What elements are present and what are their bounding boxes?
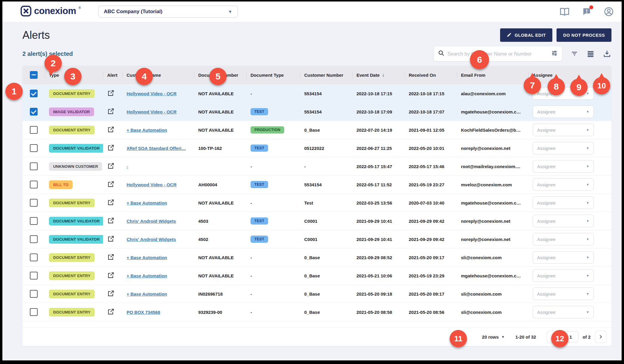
alert-launch-icon[interactable] xyxy=(107,257,115,262)
customer-name-link[interactable]: Hollywood Video - OCR xyxy=(127,109,176,114)
alert-launch-icon[interactable] xyxy=(107,275,115,280)
row-checkbox[interactable] xyxy=(30,90,38,97)
assignee-select[interactable]: Assignee ▼ xyxy=(533,288,594,300)
assignee-value: Assignee xyxy=(537,291,556,297)
alert-launch-icon[interactable] xyxy=(107,220,115,225)
assignee-select[interactable]: Assignee ▼ xyxy=(533,215,594,227)
type-badge: DOCUMENT VALIDATOR xyxy=(49,217,103,225)
row-checkbox[interactable] xyxy=(30,126,38,134)
header-select-all[interactable] xyxy=(22,66,45,84)
column-header-email-from[interactable]: Email From xyxy=(457,66,528,84)
filter-icon[interactable] xyxy=(570,50,579,58)
document-type-cell: TEST xyxy=(246,108,300,115)
column-header-assignee[interactable]: Assignee xyxy=(528,66,611,84)
column-header-document-type[interactable]: Document Type xyxy=(246,66,300,84)
row-checkbox[interactable] xyxy=(30,181,38,188)
assignee-select[interactable]: Assignee ▼ xyxy=(533,269,594,282)
account-icon[interactable] xyxy=(604,7,614,17)
alert-launch-icon[interactable] xyxy=(107,129,115,134)
top-bar-icons xyxy=(560,7,617,17)
row-checkbox[interactable] xyxy=(30,272,38,279)
customer-name-link[interactable]: - xyxy=(127,164,128,169)
row-checkbox[interactable] xyxy=(30,199,38,207)
document-number-cell: NOT AVAILABLE xyxy=(194,128,246,133)
row-checkbox[interactable] xyxy=(30,254,38,261)
received-on-cell: 2021-05-19 23:27 xyxy=(405,182,457,187)
customer-name-link[interactable]: Hollywood Video - OCR xyxy=(127,91,176,96)
select-all-checkbox[interactable] xyxy=(30,71,38,79)
row-checkbox[interactable] xyxy=(30,108,38,116)
row-checkbox[interactable] xyxy=(30,308,38,316)
customer-name-link[interactable]: + Base Automation xyxy=(127,291,167,297)
global-edit-button[interactable]: GLOBAL EDIT xyxy=(500,28,553,42)
column-header-customer-number[interactable]: Customer Number xyxy=(300,66,352,84)
assignee-select[interactable]: Assignee ▼ xyxy=(533,105,594,118)
rows-per-page-select[interactable]: 20 rows ▼ xyxy=(482,334,505,340)
customer-name-link[interactable]: Chris' Android Widgets xyxy=(127,237,176,242)
column-header-document-number[interactable]: Document Number xyxy=(194,66,246,84)
customer-name-link[interactable]: + Base Automation xyxy=(127,128,167,133)
row-checkbox[interactable] xyxy=(30,162,38,170)
type-badge: DOCUMENT VALIDATOR xyxy=(49,144,103,153)
assignee-select[interactable]: Assignee ▼ xyxy=(533,196,594,209)
chevron-down-icon: ▼ xyxy=(586,201,589,205)
do-not-process-button[interactable]: DO NOT PROCESS xyxy=(557,28,611,42)
row-checkbox[interactable] xyxy=(30,235,38,243)
column-header-event-date[interactable]: Event Date↓ xyxy=(352,66,405,84)
assignee-value: Assignee xyxy=(537,182,556,187)
customer-name-link[interactable]: + Base Automation xyxy=(127,200,167,205)
column-header-type[interactable]: Type xyxy=(45,66,103,84)
email-from-cell: mgatehouse@conexiom.c… xyxy=(457,273,528,278)
assignee-select[interactable]: Assignee ▼ xyxy=(533,124,594,136)
feedback-icon[interactable] xyxy=(582,7,592,17)
company-selector[interactable]: ABC Company (Tutorial) ▼ xyxy=(98,6,238,18)
column-header-customer-name[interactable]: Customer Name xyxy=(122,66,194,84)
alert-launch-icon[interactable] xyxy=(107,93,115,98)
alert-launch-icon[interactable] xyxy=(107,184,115,189)
document-type-cell: - xyxy=(246,291,300,297)
documentation-book-icon[interactable] xyxy=(560,7,570,17)
assignee-select[interactable]: Assignee ▼ xyxy=(533,87,594,100)
event-date-cell: 2021-09-29 10:41 xyxy=(352,237,405,242)
email-from-cell: noreply@conexiom.net xyxy=(457,237,528,242)
chevron-down-icon: ▼ xyxy=(586,128,589,132)
column-header-received-on[interactable]: Received On xyxy=(405,66,457,84)
type-badge: DOCUMENT ENTRY xyxy=(49,271,95,280)
row-checkbox[interactable] xyxy=(30,217,38,225)
assignee-select[interactable]: Assignee ▼ xyxy=(533,178,594,191)
alert-launch-icon[interactable] xyxy=(107,293,115,298)
previous-page-button[interactable] xyxy=(547,331,559,343)
alert-launch-icon[interactable] xyxy=(107,311,115,316)
search-box[interactable] xyxy=(434,46,562,62)
assignee-select[interactable]: Assignee ▼ xyxy=(533,306,594,318)
sort-descending-icon: ↓ xyxy=(382,72,385,78)
assignee-select[interactable]: Assignee ▼ xyxy=(533,160,594,173)
assignee-select[interactable]: Assignee ▼ xyxy=(533,142,594,154)
event-date-cell: 2021-05-21 10:06 xyxy=(352,273,405,278)
search-input[interactable] xyxy=(448,51,548,57)
customer-name-link[interactable]: + Base Automation xyxy=(127,273,167,278)
row-checkbox[interactable] xyxy=(30,290,38,298)
email-from-cell: sli@conexiom.com xyxy=(457,255,528,260)
row-density-icon[interactable] xyxy=(586,50,595,58)
alert-launch-icon[interactable] xyxy=(107,111,115,116)
alert-launch-icon[interactable] xyxy=(107,165,115,171)
customer-name-link[interactable]: XRef SOA Standard Offeri… xyxy=(127,146,186,151)
column-header-alert[interactable]: Alert xyxy=(103,66,122,84)
row-checkbox[interactable] xyxy=(30,144,38,152)
page-number-input[interactable] xyxy=(563,331,578,343)
customer-name-link[interactable]: PO BOX 734568 xyxy=(127,310,160,315)
alert-launch-icon[interactable] xyxy=(107,147,115,152)
alert-launch-icon[interactable] xyxy=(107,202,115,207)
next-page-button[interactable] xyxy=(595,331,607,343)
advanced-search-tune-icon[interactable] xyxy=(551,50,558,58)
customer-name-link[interactable]: Hollywood Video - OCR xyxy=(127,182,176,187)
partial-row xyxy=(22,321,611,328)
assignee-select[interactable]: Assignee ▼ xyxy=(533,233,594,245)
assignee-select[interactable]: Assignee ▼ xyxy=(533,251,594,264)
customer-name-link[interactable]: Chris' Android Widgets xyxy=(127,219,176,224)
notification-dot xyxy=(589,5,593,9)
customer-name-link[interactable]: + Base Automation xyxy=(127,255,167,260)
alert-launch-icon[interactable] xyxy=(107,238,115,243)
download-icon[interactable] xyxy=(603,50,611,58)
